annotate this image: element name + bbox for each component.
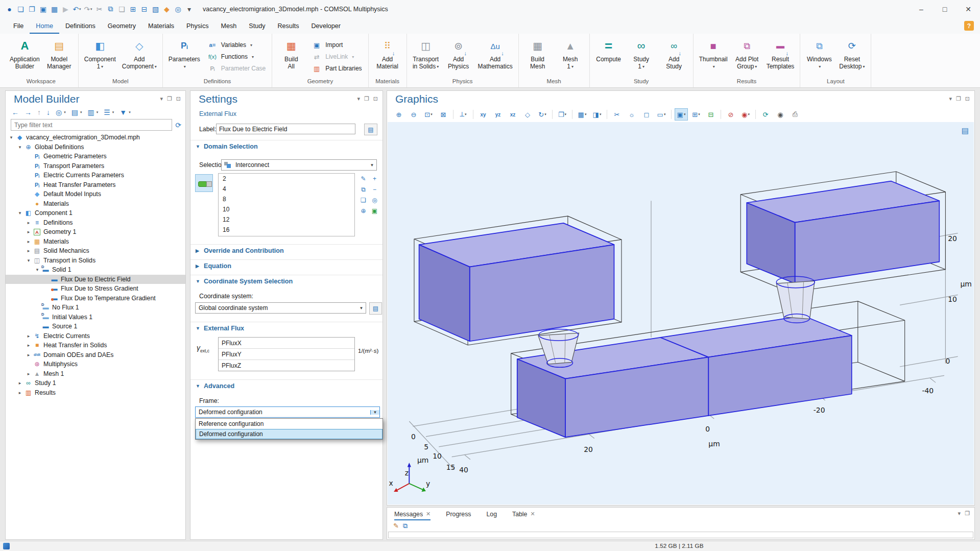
section-external-flux[interactable]: ▼ External Flux xyxy=(196,325,244,332)
pin-panel-icon[interactable]: ⊡ xyxy=(176,95,181,102)
redo-icon[interactable]: ↷▾ xyxy=(83,3,93,15)
clip-plane-icon[interactable]: ✂ xyxy=(610,108,624,121)
scene-settings-icon[interactable]: ▦▾ xyxy=(576,108,589,121)
tree-item-electric-currents[interactable]: ▸↯Electric Currents xyxy=(6,331,185,341)
tree-item-global-definitions[interactable]: ▾⊕Global Definitions xyxy=(6,142,185,152)
rename-settings-icon[interactable]: ▤ xyxy=(364,124,377,135)
add-to-selection-icon[interactable]: + xyxy=(369,174,380,184)
tree-item-geometric-parameters[interactable]: PᵢGeometric Parameters xyxy=(6,152,185,161)
menu-mesh[interactable]: Mesh xyxy=(214,18,243,34)
tree-item-no-flux-1[interactable]: ▬DNo Flux 1 xyxy=(6,303,185,313)
coordinate-system-combo[interactable]: Global coordinate system ▼ xyxy=(195,302,366,314)
copy-icon[interactable]: ⧉ xyxy=(105,3,116,15)
ribbon-add-material[interactable]: ⠿↓AddMaterial xyxy=(372,35,403,78)
tab-table[interactable]: Table✕ xyxy=(512,508,535,520)
scene-light-icon[interactable]: ☼ xyxy=(625,108,638,121)
tree-item-transport-in-solids[interactable]: ▾◫Transport in Solids xyxy=(6,256,185,266)
ribbon-livelink[interactable]: ⇄LiveLink▾ xyxy=(311,52,362,62)
ribbon-add-study[interactable]: ∞↓AddStudy xyxy=(658,35,690,78)
float-panel-icon[interactable]: ❐ xyxy=(167,95,172,102)
tree-item-multiphysics[interactable]: ⊛Multiphysics xyxy=(6,360,185,369)
ribbon-mesh-1[interactable]: ▲Mesh1▾ xyxy=(555,35,586,78)
tree-item-materials[interactable]: ▸▦Materials xyxy=(6,237,185,247)
menu-file[interactable]: File xyxy=(7,18,30,34)
select-mode-icon[interactable]: ▣▾ xyxy=(675,108,688,121)
tab-progress[interactable]: Progress xyxy=(446,508,471,520)
ribbon-parameters[interactable]: PᵢParameters▾ xyxy=(166,35,203,78)
tree-item-results[interactable]: ▸▥Results xyxy=(6,388,185,398)
zoom-out-icon[interactable]: ⊖ xyxy=(407,108,420,121)
preview-icon[interactable]: ◎ xyxy=(173,3,183,15)
close-tab-icon[interactable]: ✕ xyxy=(530,511,535,517)
menu-study[interactable]: Study xyxy=(243,18,271,34)
tree-item-transport-parameters[interactable]: PᵢTransport Parameters xyxy=(6,161,185,171)
pin-panel-icon[interactable]: ⊡ xyxy=(965,95,970,102)
tab-messages[interactable]: Messages✕ xyxy=(394,508,431,520)
show-toggle-icon[interactable]: ◎ xyxy=(56,108,62,116)
coordinate-system-tools-icon[interactable]: ▤ xyxy=(369,302,382,315)
wireframe-rendering-icon[interactable]: ▭▾ xyxy=(655,108,668,121)
float-panel-icon[interactable]: ❐ xyxy=(965,510,970,517)
duplicate-icon[interactable]: ⊞ xyxy=(128,3,138,15)
rotate-view-icon[interactable]: ↻▾ xyxy=(536,108,549,121)
remove-from-selection-icon[interactable]: − xyxy=(369,184,380,195)
tree-item-heat-transfer-in-solids[interactable]: ▸■Heat Transfer in Solids xyxy=(6,341,185,350)
section-domain-selection[interactable]: ▼ Domain Selection xyxy=(196,143,258,150)
view-xz-icon[interactable]: xz xyxy=(506,108,519,121)
ribbon-variables[interactable]: a=Variables▾ xyxy=(207,40,266,50)
save-as-icon[interactable]: ▦ xyxy=(49,3,60,15)
zoom-to-selection-icon[interactable]: ◎ xyxy=(369,195,380,205)
zoom-in-icon[interactable]: ⊕ xyxy=(392,108,405,121)
ribbon-import[interactable]: ▣Import xyxy=(311,40,362,50)
transparency-icon[interactable]: ◻ xyxy=(640,108,653,121)
ribbon-parameter-case[interactable]: PᵢParameter Case xyxy=(207,64,266,74)
move-down-icon[interactable]: ↓ xyxy=(46,108,50,116)
tree-item-mesh-1[interactable]: ▸▲Mesh 1 xyxy=(6,369,185,379)
maximize-button[interactable]: □ xyxy=(933,0,957,18)
domain-selection-list[interactable]: 248101216 xyxy=(218,173,355,236)
zoom-box-icon[interactable]: ⊡▾ xyxy=(422,108,435,121)
image-snapshot-icon[interactable]: ◉ xyxy=(774,108,787,121)
ribbon-add-physics[interactable]: ⊚↓AddPhysics xyxy=(443,35,474,78)
open-file-icon[interactable]: ❐ xyxy=(27,3,37,15)
tree-item-heat-transfer-parameters[interactable]: PᵢHeat Transfer Parameters xyxy=(6,180,185,190)
collapse-nodes-icon[interactable]: ▥ xyxy=(87,108,94,116)
ribbon-add-plot-group[interactable]: ⧉Add PlotGroup▾ xyxy=(731,35,763,78)
clear-plot-icon[interactable]: ⊘ xyxy=(724,108,737,121)
tab-log[interactable]: Log xyxy=(486,508,497,520)
menu-developer[interactable]: Developer xyxy=(305,18,347,34)
float-panel-icon[interactable]: ❐ xyxy=(956,95,961,102)
panel-menu-icon[interactable]: ▾ xyxy=(949,95,952,102)
panel-menu-icon[interactable]: ▾ xyxy=(958,510,961,517)
paste-icon[interactable]: ❏ xyxy=(116,3,127,15)
zoom-extents-icon[interactable]: ⊠ xyxy=(437,108,450,121)
ribbon-result-templates[interactable]: ▬↓ResultTemplates xyxy=(764,35,797,78)
ribbon-build-mesh[interactable]: ▦BuildMesh xyxy=(522,35,554,78)
domain-list-item[interactable]: 4 xyxy=(219,184,354,194)
move-up-icon[interactable]: ↑ xyxy=(37,108,41,116)
comsol-logo-icon[interactable]: ● xyxy=(4,3,15,15)
select-box-icon[interactable]: ▧ xyxy=(150,3,161,15)
tree-item-geometry-1[interactable]: ▸AGeometry 1 xyxy=(6,227,185,237)
selection-combo[interactable]: Interconnect ▼ xyxy=(221,159,377,171)
tree-item-component-1[interactable]: ▾◧Component 1 xyxy=(6,208,185,218)
panel-menu-icon[interactable]: ▾ xyxy=(357,95,360,102)
update-plot-icon[interactable]: ⟳ xyxy=(759,108,772,121)
camera-view-icon[interactable]: ◇ xyxy=(521,108,534,121)
ribbon-reset-desktop[interactable]: ⟳ResetDesktop▾ xyxy=(836,35,868,78)
domain-list-item[interactable]: 12 xyxy=(219,214,354,225)
close-button[interactable]: ✕ xyxy=(957,0,980,18)
menu-materials[interactable]: Materials xyxy=(142,18,180,34)
tree-item-study-1[interactable]: ▸∞Study 1 xyxy=(6,378,185,388)
float-panel-icon[interactable]: ❐ xyxy=(364,95,369,102)
environment-icon[interactable]: ◨▾ xyxy=(590,108,604,121)
center-selection-icon[interactable]: ⊕ xyxy=(358,206,369,216)
customize-toolbar-icon[interactable]: ▾ xyxy=(184,3,195,15)
flux-field-pfluxy[interactable]: PFluxY xyxy=(219,348,354,360)
ribbon-component-1[interactable]: ◧Component1▾ xyxy=(82,35,118,78)
copy-log-icon[interactable]: ⧉ xyxy=(403,522,408,530)
ribbon-part-libraries[interactable]: ▥Part Libraries xyxy=(311,64,362,74)
menu-home[interactable]: Home xyxy=(30,18,59,34)
menu-physics[interactable]: Physics xyxy=(180,18,214,34)
select-box-icon[interactable]: ⊞▾ xyxy=(689,108,703,121)
